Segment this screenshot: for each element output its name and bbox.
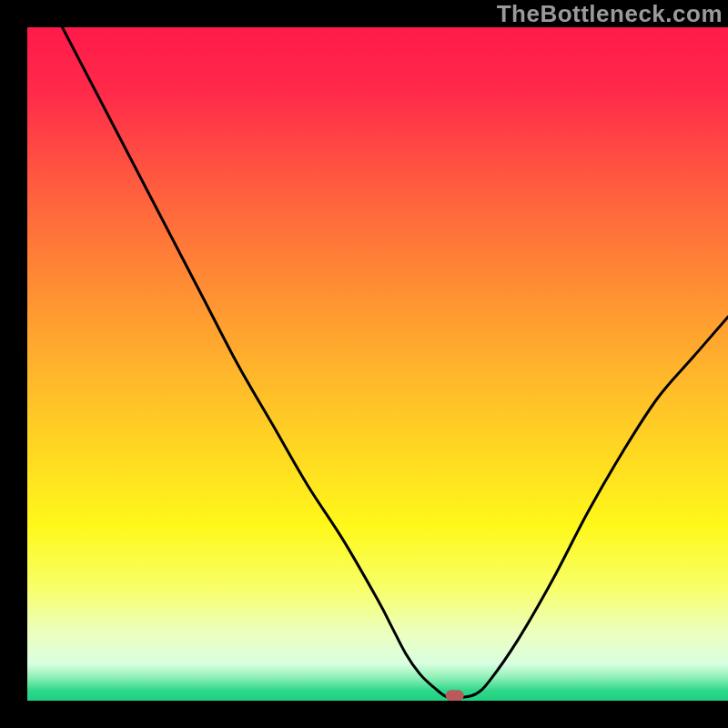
chart-svg xyxy=(27,27,728,701)
chart-frame: TheBottleneck.com xyxy=(0,0,728,728)
plot-area xyxy=(27,27,728,701)
optimal-point-marker xyxy=(446,690,464,701)
watermark-text: TheBottleneck.com xyxy=(497,0,723,28)
